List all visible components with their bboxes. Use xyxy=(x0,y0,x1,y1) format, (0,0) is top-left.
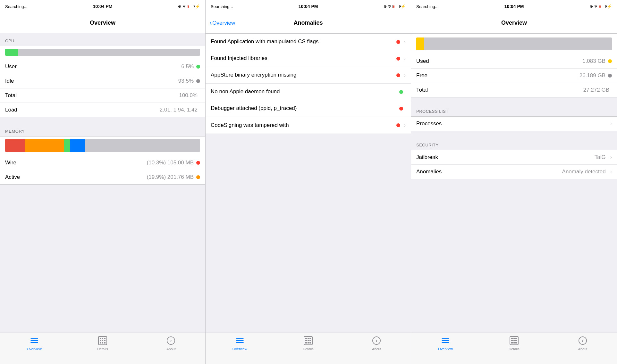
overview-lines-icon-3 xyxy=(441,336,450,345)
anomaly-item-5[interactable]: CodeSigning was tampered with › xyxy=(206,117,411,134)
status-icons-3: ⊕ ✲ ⚡ xyxy=(590,4,612,9)
tab-details-1[interactable]: Details xyxy=(68,335,137,351)
tab-about-2[interactable]: i About xyxy=(342,335,411,351)
anomalies-sec-label: Anomalies xyxy=(416,169,562,175)
status-icons-2: ⊕ ✲ ⚡ xyxy=(384,4,406,9)
overview-lines-icon-2 xyxy=(235,336,244,345)
anomaly-item-2[interactable]: AppStore binary encryption missing › xyxy=(206,67,411,84)
bluetooth-icon-3: ✲ xyxy=(594,4,597,9)
about-icon-1: i xyxy=(166,335,176,346)
battery-icon-1 xyxy=(187,5,194,8)
signal-status-1: Searching... xyxy=(5,4,27,9)
status-bar-3: Searching... 10:04 PM ⊕ ✲ ⚡ xyxy=(411,0,617,13)
spacer-3a xyxy=(411,97,617,104)
anomaly-chevron-1: › xyxy=(404,56,406,62)
memory-section-header: MEMORY xyxy=(0,124,205,136)
list-item-jailbreak[interactable]: Jailbreak TaiG › xyxy=(411,150,617,165)
details-icon-3 xyxy=(509,335,519,346)
security-group: Jailbreak TaiG › Anomalies Anomaly detec… xyxy=(411,150,617,179)
anomaly-label-1: Found Injected libraries xyxy=(211,55,396,62)
status-bar-2: Searching... 10:04 PM ⊕ ✲ ⚡ xyxy=(206,0,411,13)
tab-overview-3[interactable]: Overview xyxy=(411,335,480,351)
user-label: User xyxy=(5,63,181,70)
details-tab-label-1: Details xyxy=(97,347,108,351)
overview-tab-label-2: Overview xyxy=(232,347,247,351)
anomaly-dot-3 xyxy=(399,90,403,94)
anomaly-label-2: AppStore binary encryption missing xyxy=(211,71,396,79)
about-i-icon-2: i xyxy=(372,336,381,345)
security-header: SECURITY xyxy=(411,137,617,150)
process-list-group: Processes › xyxy=(411,116,617,131)
total-mem-label: Total xyxy=(416,87,583,93)
mem-inactive-segment xyxy=(64,139,70,152)
charging-icon-3: ⚡ xyxy=(607,4,612,9)
active-dot xyxy=(196,175,200,179)
memory-bar xyxy=(5,139,200,152)
anomalies-group: Found Application with manipulated CS fl… xyxy=(206,33,411,134)
nav-title-2: Anomalies xyxy=(293,20,323,26)
anomaly-item-1[interactable]: Found Injected libraries › xyxy=(206,50,411,67)
content-2: Found Application with manipulated CS fl… xyxy=(206,33,411,333)
wire-value: (10.3%) 105.00 MB xyxy=(147,160,194,166)
memory-top-group: Used 1.083 GB Free 26.189 GB Total 27.27… xyxy=(411,33,617,97)
tab-details-3[interactable]: Details xyxy=(480,335,548,351)
idle-label: Idle xyxy=(5,78,178,84)
battery-icon-3 xyxy=(599,5,606,8)
active-value: (19.9%) 201.76 MB xyxy=(147,174,194,180)
memory-top-bar-container xyxy=(411,34,617,54)
active-label: Active xyxy=(5,174,147,180)
tab-bar-1: Overview Details i About xyxy=(0,333,205,364)
overview-tab-label-3: Overview xyxy=(438,347,453,351)
location-icon-2: ⊕ xyxy=(384,4,387,9)
list-item-processes[interactable]: Processes › xyxy=(411,117,617,131)
tab-overview-1[interactable]: Overview xyxy=(0,335,68,351)
about-tab-label-2: About xyxy=(372,347,381,351)
tab-about-1[interactable]: i About xyxy=(137,335,205,351)
panel-3: Searching... 10:04 PM ⊕ ✲ ⚡ Overview Use… xyxy=(411,0,617,364)
list-item-user: User 6.5% xyxy=(0,60,205,74)
tab-about-3[interactable]: i About xyxy=(548,335,617,351)
about-icon-2: i xyxy=(371,335,382,346)
anomaly-item-4: Debugger attached (ppid, p_traced) xyxy=(206,100,411,117)
anomaly-item-3: No non Apple daemon found xyxy=(206,84,411,100)
anomaly-item-0[interactable]: Found Application with manipulated CS fl… xyxy=(206,34,411,50)
tab-overview-2[interactable]: Overview xyxy=(206,335,274,351)
tab-details-2[interactable]: Details xyxy=(274,335,342,351)
anomaly-dot-4 xyxy=(399,107,403,111)
cpu-bar-fill xyxy=(5,49,18,56)
mem-active-segment xyxy=(25,139,64,152)
list-item-anomalies-sec[interactable]: Anomalies Anomaly detected › xyxy=(411,165,617,179)
used-label: Used xyxy=(416,58,582,64)
nav-bar-3: Overview xyxy=(411,13,617,33)
nav-bar-2: ‹ Overview Anomalies xyxy=(206,13,411,33)
jailbreak-label: Jailbreak xyxy=(416,154,595,161)
list-item-total-mem: Total 27.272 GB xyxy=(411,83,617,97)
idle-dot xyxy=(196,79,200,83)
location-icon-3: ⊕ xyxy=(590,4,593,9)
details-icon-2 xyxy=(303,335,313,346)
about-i-icon-3: i xyxy=(579,336,587,345)
time-1: 10:04 PM xyxy=(93,4,113,9)
used-dot xyxy=(608,59,612,63)
time-2: 10:04 PM xyxy=(299,4,318,9)
cpu-bar-container xyxy=(0,46,205,60)
overview-icon-1 xyxy=(29,335,39,346)
free-value: 26.189 GB xyxy=(579,72,605,79)
list-item-active: Active (19.9%) 201.76 MB xyxy=(0,170,205,184)
panel-1: Searching... 10:04 PM ⊕ ✲ ⚡ Overview CPU… xyxy=(0,0,206,364)
status-icons-1: ⊕ ✲ ⚡ xyxy=(178,4,200,9)
content-3: Used 1.083 GB Free 26.189 GB Total 27.27… xyxy=(411,33,617,333)
anomaly-label-0: Found Application with manipulated CS fl… xyxy=(211,38,396,45)
battery-icon-2 xyxy=(393,5,400,8)
cpu-bar xyxy=(5,49,200,56)
anomaly-chevron-2: › xyxy=(404,72,406,78)
total-cpu-value: 100.0% xyxy=(179,92,198,99)
details-chip-icon-3 xyxy=(510,336,519,345)
back-button-2[interactable]: ‹ Overview xyxy=(209,20,235,27)
memory-bar-container xyxy=(0,136,205,156)
location-icon-1: ⊕ xyxy=(178,4,181,9)
content-1: CPU User 6.5% Idle 93.5% Total 100.0% xyxy=(0,33,205,333)
overview-icon-2 xyxy=(235,335,245,346)
spacer-1 xyxy=(0,117,205,124)
charging-icon-1: ⚡ xyxy=(195,4,200,9)
